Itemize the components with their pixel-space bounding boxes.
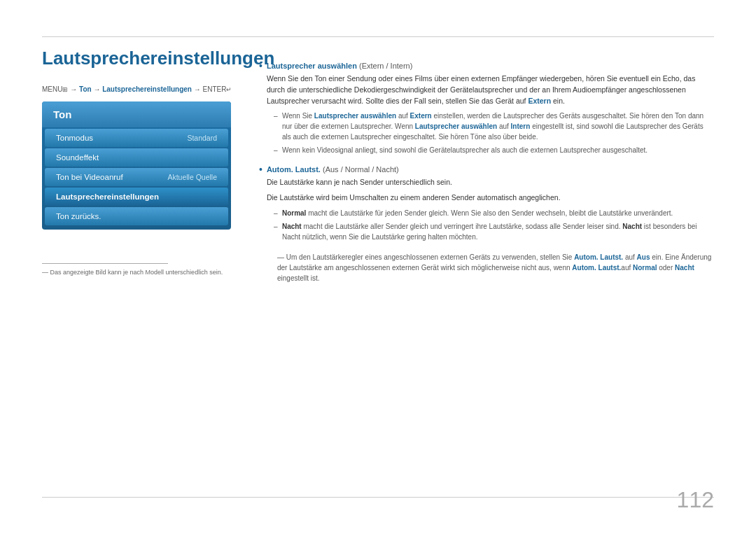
section2-body1: Die Lautstärke kann je nach Sender unter… xyxy=(267,177,714,188)
tv-menu-panel: Ton Tonmodus Standard Soundeffekt Ton be… xyxy=(42,101,231,230)
page-title: Lautsprechereinstellungen xyxy=(42,48,274,69)
section-autom: • Autom. Lautst. (Aus / Normal / Nacht) … xyxy=(259,165,714,245)
autom-bold2: Autom. Lautst. xyxy=(572,264,621,272)
section2-dash1: Normal macht die Lautstärke für jeden Se… xyxy=(274,208,714,218)
section2-body2: Die Lautstärke wird beim Umschalten zu e… xyxy=(267,192,714,204)
section1-title-suffix: (Extern / Intern) xyxy=(359,62,412,70)
section1-body: Wenn Sie den Ton einer Sendung oder eine… xyxy=(267,73,714,106)
right-content: • Lautsprecher auswählen (Extern / Inter… xyxy=(259,62,714,492)
videoanruf-label: Ton bei Videoanruf xyxy=(56,173,123,181)
section-lautsprecher-content: Lautsprecher auswählen (Extern / Intern)… xyxy=(267,62,714,158)
normal-bold-blue: Normal xyxy=(633,264,657,272)
normal-bold: Normal xyxy=(282,209,306,217)
videoanruf-value: Aktuelle Quelle xyxy=(167,173,217,181)
left-divider xyxy=(42,263,168,264)
tonzurueck-label: Ton zurücks. xyxy=(56,212,102,220)
menu-path: MENU⊞ → Ton → Lautsprechereinstellungen … xyxy=(42,85,232,93)
bullet-icon-1: • xyxy=(259,60,262,71)
section-lautsprecher: • Lautsprecher auswählen (Extern / Inter… xyxy=(259,62,714,158)
tv-menu-item-tonzurueck[interactable]: Ton zurücks. xyxy=(45,207,228,225)
tonmodus-value: Standard xyxy=(187,134,217,142)
section1-title: Lautsprecher auswählen (Extern / Intern) xyxy=(267,62,714,70)
footnote-left: — Das angezeigte Bild kann je nach Model… xyxy=(42,269,223,276)
bullet-icon-2: • xyxy=(259,164,262,175)
section2-title-suffix: (Aus / Normal / Nacht) xyxy=(323,165,399,174)
top-divider xyxy=(42,36,714,37)
section-autom-content: Autom. Lautst. (Aus / Normal / Nacht) Di… xyxy=(267,165,714,245)
section1-dash2: Wenn kein Videosignal anliegt, sind sowo… xyxy=(274,145,714,155)
tv-menu-title: Ton xyxy=(42,101,231,127)
nacht-bold-blue: Nacht xyxy=(675,264,694,272)
tv-menu-item-lautsprechereinstellungen[interactable]: Lautsprechereinstellungen xyxy=(45,188,228,206)
lautsprecher-auswählen-bold2: Lautsprecher auswählen xyxy=(415,122,497,130)
section-autom-header-row: • Autom. Lautst. (Aus / Normal / Nacht) … xyxy=(259,165,714,245)
autom-bold1: Autom. Lautst. xyxy=(574,253,623,261)
menu-label: MENU xyxy=(42,85,62,93)
section-lautsprecher-header-row: • Lautsprecher auswählen (Extern / Inter… xyxy=(259,62,714,158)
tv-menu-item-tonmodus[interactable]: Tonmodus Standard xyxy=(45,129,228,147)
section1-title-main: Lautsprecher auswählen xyxy=(267,62,357,70)
section2-dash2: Nacht macht die Lautstärke aller Sender … xyxy=(274,221,714,242)
section2-note: — Um den Lautstärkeregler eines angeschl… xyxy=(273,252,714,283)
menu-icon: ⊞ xyxy=(62,86,68,93)
bottom-divider xyxy=(42,497,714,498)
soundeffekt-label: Soundeffekt xyxy=(56,153,99,162)
tonmodus-label: Tonmodus xyxy=(56,134,93,142)
page-number: 112 xyxy=(677,487,714,513)
nacht-bold1: Nacht xyxy=(282,223,302,230)
lautsprecher-auswählen-bold1: Lautsprecher auswählen xyxy=(314,112,396,120)
section2-title-main: Autom. Lautst. xyxy=(267,165,321,174)
section1-dash1: Wenn Sie Lautsprecher auswählen auf Exte… xyxy=(274,111,714,142)
tv-menu-item-soundeffekt[interactable]: Soundeffekt xyxy=(45,148,228,167)
extern-bold: Extern xyxy=(528,97,551,105)
tv-menu-item-videoanruf[interactable]: Ton bei Videoanruf Aktuelle Quelle xyxy=(45,168,228,186)
nacht-bold2: Nacht xyxy=(622,223,642,230)
aus-bold: Aus xyxy=(637,253,650,261)
lautsprechereinstellungen-label: Lautsprechereinstellungen xyxy=(56,192,159,201)
section2-title: Autom. Lautst. (Aus / Normal / Nacht) xyxy=(267,165,714,174)
extern-bold2: Extern xyxy=(410,112,432,120)
intern-bold: Intern xyxy=(511,122,531,130)
